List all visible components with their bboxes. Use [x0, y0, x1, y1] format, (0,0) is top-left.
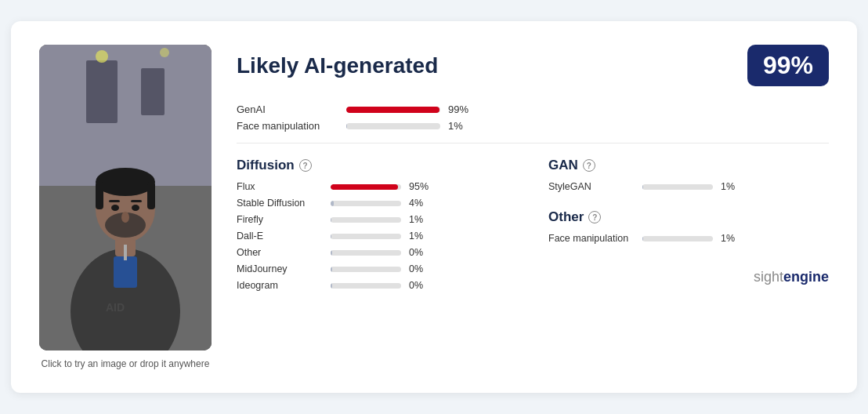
- stylegan-pct: 1%: [721, 181, 743, 192]
- svg-rect-1: [39, 45, 212, 186]
- gan-question[interactable]: ?: [583, 159, 595, 172]
- metric-label-genai: GenAI: [237, 104, 338, 115]
- diffusion-other-label: Other: [237, 247, 323, 258]
- diffusion-title: Diffusion: [237, 158, 295, 173]
- results-panel: Likely AI-generated 99% GenAI 99% Face m…: [237, 45, 829, 291]
- dalle-bar: [331, 234, 401, 239]
- main-card: AID Click to try an image or drop it any…: [11, 21, 857, 393]
- gan-metrics: StyleGAN 1%: [548, 181, 829, 192]
- stylegan-bar-fill: [642, 184, 643, 190]
- metric-pct-genai: 99%: [448, 104, 475, 115]
- right-col: GAN ? StyleGAN 1%: [548, 158, 829, 285]
- svg-rect-16: [131, 200, 142, 202]
- diffusion-header: Diffusion ?: [237, 158, 517, 173]
- list-item: MidJourney 0%: [237, 263, 517, 274]
- metric-pct-face: 1%: [448, 120, 475, 132]
- other-face-bar-fill: [642, 236, 643, 242]
- list-item: Ideogram 0%: [237, 280, 517, 291]
- svg-rect-15: [109, 200, 120, 202]
- dalle-bar-fill: [331, 234, 331, 239]
- svg-text:AID: AID: [106, 301, 125, 314]
- list-item: Stable Diffusion 4%: [237, 198, 517, 209]
- other-face-bar: [642, 236, 713, 242]
- image-caption: Click to try an image or drop it anywher…: [42, 358, 210, 369]
- midjourney-bar: [331, 267, 401, 272]
- other-face-pct: 1%: [721, 233, 743, 244]
- flux-bar-fill: [331, 184, 398, 190]
- flux-pct: 95%: [409, 181, 431, 192]
- dalle-pct: 1%: [409, 231, 431, 242]
- midjourney-bar-fill: [331, 267, 332, 272]
- svg-rect-18: [114, 256, 137, 288]
- face-bar-container: [346, 123, 440, 129]
- diffusion-section: Diffusion ? Flux 95% Stable Diffusion: [237, 158, 517, 291]
- diffusion-other-bar-fill: [331, 250, 332, 256]
- stable-diffusion-pct: 4%: [409, 198, 431, 209]
- ideogram-bar: [331, 283, 401, 289]
- stable-diffusion-bar: [331, 201, 401, 206]
- list-item: Other 0%: [237, 247, 517, 258]
- dalle-label: Dall-E: [237, 231, 323, 242]
- firefly-bar: [331, 217, 401, 223]
- svg-rect-3: [141, 68, 165, 115]
- image-frame[interactable]: AID: [39, 45, 212, 350]
- image-panel: AID Click to try an image or drop it any…: [39, 45, 212, 369]
- metric-row-face: Face manipulation 1%: [237, 120, 829, 132]
- svg-point-13: [111, 205, 119, 211]
- other-question[interactable]: ?: [588, 211, 601, 223]
- svg-point-14: [132, 205, 139, 211]
- list-item: Face manipulation 1%: [548, 233, 829, 244]
- diffusion-metrics: Flux 95% Stable Diffusion 4%: [237, 181, 517, 291]
- genai-bar-container: [346, 107, 440, 113]
- brand-sight: sight: [754, 269, 783, 285]
- gan-header: GAN ?: [548, 158, 829, 173]
- firefly-pct: 1%: [409, 214, 431, 225]
- list-item: StyleGAN 1%: [548, 181, 829, 192]
- svg-point-17: [121, 212, 129, 223]
- list-item: Flux 95%: [237, 181, 517, 192]
- metric-label-face: Face manipulation: [237, 120, 338, 132]
- svg-point-9: [96, 168, 155, 196]
- flux-bar: [331, 184, 401, 190]
- list-item: Dall-E 1%: [237, 231, 517, 242]
- svg-rect-19: [124, 245, 127, 260]
- ideogram-label: Ideogram: [237, 280, 323, 291]
- ideogram-bar-fill: [331, 283, 332, 289]
- gan-title: GAN: [548, 158, 578, 173]
- midjourney-pct: 0%: [409, 263, 431, 274]
- stable-diffusion-bar-fill: [331, 201, 334, 206]
- other-title: Other: [548, 209, 584, 225]
- firefly-label: Firefly: [237, 214, 323, 225]
- svg-point-5: [160, 48, 169, 57]
- midjourney-label: MidJourney: [237, 263, 323, 274]
- other-section: Other ? Face manipulation 1%: [548, 209, 829, 244]
- gan-section: GAN ? StyleGAN 1%: [548, 158, 829, 192]
- main-title: Likely AI-generated: [237, 53, 438, 78]
- percent-badge: 99%: [747, 45, 829, 86]
- brand: sightengine: [754, 269, 829, 285]
- diffusion-question[interactable]: ?: [299, 159, 312, 172]
- firefly-bar-fill: [331, 217, 331, 223]
- other-metrics: Face manipulation 1%: [548, 233, 829, 244]
- svg-rect-11: [147, 182, 155, 209]
- svg-point-4: [96, 50, 108, 63]
- header-row: Likely AI-generated 99%: [237, 45, 829, 86]
- face-bar-fill: [346, 123, 347, 129]
- metric-row: GenAI 99%: [237, 104, 829, 115]
- stylegan-bar: [642, 184, 713, 190]
- brand-engine: engine: [783, 269, 829, 285]
- svg-rect-10: [96, 182, 103, 209]
- other-face-label: Face manipulation: [548, 233, 635, 244]
- svg-rect-2: [86, 60, 118, 123]
- stylegan-label: StyleGAN: [548, 181, 635, 192]
- top-metrics: GenAI 99% Face manipulation 1%: [237, 104, 829, 143]
- footer-row: sightengine: [548, 269, 829, 285]
- list-item: Firefly 1%: [237, 214, 517, 225]
- two-col: Diffusion ? Flux 95% Stable Diffusion: [237, 158, 829, 291]
- diffusion-other-bar: [331, 250, 401, 256]
- genai-bar-fill: [346, 107, 439, 113]
- stable-diffusion-label: Stable Diffusion: [237, 198, 323, 209]
- ideogram-pct: 0%: [409, 280, 431, 291]
- other-header: Other ?: [548, 209, 829, 225]
- flux-label: Flux: [237, 181, 323, 192]
